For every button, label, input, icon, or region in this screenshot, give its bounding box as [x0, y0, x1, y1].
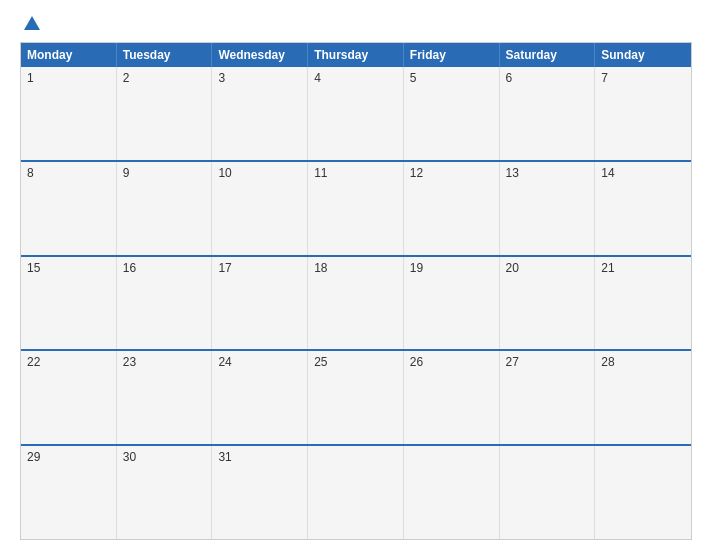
day-cell [404, 446, 500, 539]
day-cell: 21 [595, 257, 691, 350]
day-number: 10 [218, 166, 231, 180]
day-number: 11 [314, 166, 327, 180]
day-header-monday: Monday [21, 43, 117, 67]
day-cell: 16 [117, 257, 213, 350]
day-cell: 1 [21, 67, 117, 160]
day-cell: 3 [212, 67, 308, 160]
day-cell: 24 [212, 351, 308, 444]
day-number: 6 [506, 71, 513, 85]
day-number: 30 [123, 450, 136, 464]
day-cell: 26 [404, 351, 500, 444]
day-cell: 13 [500, 162, 596, 255]
week-row-5: 293031 [21, 444, 691, 539]
day-header-sunday: Sunday [595, 43, 691, 67]
day-number: 26 [410, 355, 423, 369]
day-cell: 9 [117, 162, 213, 255]
week-row-4: 22232425262728 [21, 349, 691, 444]
day-number: 9 [123, 166, 130, 180]
day-cell: 2 [117, 67, 213, 160]
day-cell: 15 [21, 257, 117, 350]
day-cell: 31 [212, 446, 308, 539]
day-cell [595, 446, 691, 539]
day-number: 27 [506, 355, 519, 369]
day-number: 2 [123, 71, 130, 85]
day-number: 25 [314, 355, 327, 369]
day-number: 22 [27, 355, 40, 369]
day-number: 18 [314, 261, 327, 275]
day-header-tuesday: Tuesday [117, 43, 213, 67]
day-number: 15 [27, 261, 40, 275]
calendar: MondayTuesdayWednesdayThursdayFridaySatu… [20, 42, 692, 540]
day-cell: 14 [595, 162, 691, 255]
day-cell: 30 [117, 446, 213, 539]
week-row-3: 15161718192021 [21, 255, 691, 350]
day-number: 24 [218, 355, 231, 369]
logo [20, 18, 40, 30]
day-number: 23 [123, 355, 136, 369]
day-number: 29 [27, 450, 40, 464]
day-cell: 29 [21, 446, 117, 539]
header [20, 18, 692, 30]
day-cell: 18 [308, 257, 404, 350]
day-cell: 25 [308, 351, 404, 444]
day-number: 12 [410, 166, 423, 180]
day-header-thursday: Thursday [308, 43, 404, 67]
day-number: 7 [601, 71, 608, 85]
logo-triangle-icon [24, 16, 40, 30]
week-row-1: 1234567 [21, 67, 691, 160]
weeks-container: 1234567891011121314151617181920212223242… [21, 67, 691, 539]
day-cell: 28 [595, 351, 691, 444]
day-number: 31 [218, 450, 231, 464]
day-header-wednesday: Wednesday [212, 43, 308, 67]
day-number: 5 [410, 71, 417, 85]
day-number: 17 [218, 261, 231, 275]
day-cell [500, 446, 596, 539]
day-number: 14 [601, 166, 614, 180]
day-cell: 10 [212, 162, 308, 255]
day-header-saturday: Saturday [500, 43, 596, 67]
day-number: 1 [27, 71, 34, 85]
day-headers-row: MondayTuesdayWednesdayThursdayFridaySatu… [21, 43, 691, 67]
day-cell: 7 [595, 67, 691, 160]
day-number: 20 [506, 261, 519, 275]
day-number: 28 [601, 355, 614, 369]
day-cell: 11 [308, 162, 404, 255]
day-cell: 8 [21, 162, 117, 255]
day-cell [308, 446, 404, 539]
day-number: 19 [410, 261, 423, 275]
day-number: 16 [123, 261, 136, 275]
day-cell: 19 [404, 257, 500, 350]
day-header-friday: Friday [404, 43, 500, 67]
day-number: 8 [27, 166, 34, 180]
day-number: 3 [218, 71, 225, 85]
day-cell: 27 [500, 351, 596, 444]
day-number: 4 [314, 71, 321, 85]
week-row-2: 891011121314 [21, 160, 691, 255]
day-number: 13 [506, 166, 519, 180]
day-number: 21 [601, 261, 614, 275]
day-cell: 22 [21, 351, 117, 444]
page: MondayTuesdayWednesdayThursdayFridaySatu… [0, 0, 712, 550]
day-cell: 17 [212, 257, 308, 350]
day-cell: 5 [404, 67, 500, 160]
day-cell: 6 [500, 67, 596, 160]
day-cell: 23 [117, 351, 213, 444]
day-cell: 12 [404, 162, 500, 255]
day-cell: 20 [500, 257, 596, 350]
day-cell: 4 [308, 67, 404, 160]
